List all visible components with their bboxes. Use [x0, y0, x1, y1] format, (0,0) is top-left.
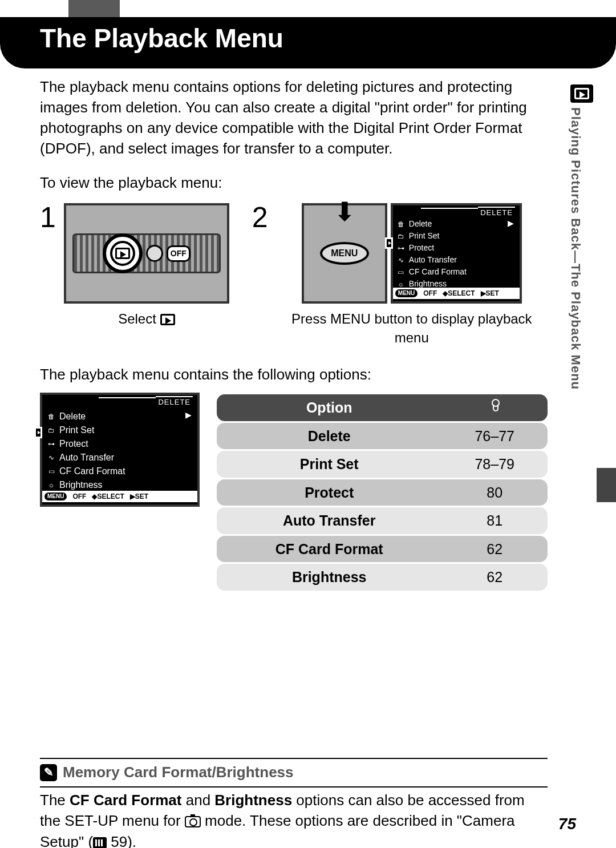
step-2: 2 ⬇ MENU DELETE 🗑Delete 🗀Print Set	[252, 203, 548, 347]
options-table: Option Delete76–77 Print Set78–79 Protec…	[217, 393, 548, 592]
note-icon: ✎	[40, 764, 57, 781]
step-1: 1 OFF Select	[40, 203, 229, 347]
menu-title: DELETE	[156, 396, 193, 407]
play-tab-icon	[385, 237, 393, 249]
page-ref-icon	[486, 399, 503, 413]
selected-arrow-icon: ▶	[508, 218, 514, 229]
table-row: Brightness62	[217, 564, 548, 591]
intro-paragraph: The playback menu contains options for d…	[40, 77, 548, 159]
side-thumb-tab	[597, 468, 616, 502]
page-ref-icon	[93, 837, 107, 848]
table-row: CF Card Format62	[217, 536, 548, 563]
table-row: Delete76–77	[217, 423, 548, 450]
step-2-caption: Press MENU button to display playback me…	[276, 309, 548, 347]
steps: 1 OFF Select	[40, 203, 548, 347]
step-1-number: 1	[40, 203, 56, 232]
step-2-image-screen: DELETE 🗑Delete 🗀Print Set ⊶Protect ∿Auto…	[391, 203, 522, 304]
mini-menu-list: 🗑Delete 🗀Print Set ⊶Protect ∿Auto Transf…	[47, 410, 193, 492]
camera-mode-icon	[185, 816, 201, 827]
table-row: Protect80	[217, 479, 548, 506]
table-row: Print Set78–79	[217, 451, 548, 478]
col-page-icon	[441, 394, 548, 421]
table-row: Auto Transfer81	[217, 507, 548, 534]
arrow-down-icon: ⬇	[334, 204, 356, 220]
options-intro: The playback menu contains the following…	[40, 365, 548, 385]
off-label: OFF	[167, 245, 191, 262]
mini-footer: MENU OFF ◆SELECT ▶SET	[42, 491, 197, 503]
page-number: 75	[558, 815, 576, 833]
note-title: ✎ Memory Card Format/Brightness	[40, 761, 548, 786]
play-icon	[115, 248, 130, 259]
step-2-image-camera: ⬇ MENU	[302, 203, 387, 304]
step-2-number: 2	[252, 203, 268, 232]
mini-menu-list: 🗑Delete 🗀Print Set ⊶Protect ∿Auto Transf…	[396, 218, 516, 290]
play-tab-icon	[34, 427, 42, 438]
content: The playback menu contains options for d…	[40, 77, 548, 848]
note-box: ✎ Memory Card Format/Brightness The CF C…	[40, 758, 548, 848]
side-section-label: Playing Pictures Back—The Playback Menu	[568, 107, 583, 444]
playback-icon	[570, 84, 593, 103]
menu-title: DELETE	[478, 207, 515, 218]
menu-button: MENU	[320, 242, 369, 265]
mode-dial: OFF	[72, 233, 221, 273]
step-1-image: OFF	[64, 203, 229, 304]
col-option: Option	[217, 394, 441, 421]
side-strip: Playing Pictures Back—The Playback Menu	[568, 84, 595, 455]
page-title: The Playback Menu	[0, 17, 616, 54]
top-tab	[68, 0, 120, 17]
title-bar: The Playback Menu Managing Pictures	[0, 17, 616, 68]
lead-text: To view the playback menu:	[40, 173, 548, 193]
note-body: The CF Card Format and Brightness option…	[40, 790, 548, 848]
mini-footer: MENU OFF ◆SELECT ▶SET	[393, 288, 520, 300]
dial-knob	[103, 233, 143, 273]
selected-arrow-icon: ▶	[185, 410, 192, 421]
options-screenshot: DELETE 🗑Delete 🗀Print Set ⊶Protect ∿Auto…	[40, 393, 200, 507]
play-icon	[160, 314, 175, 325]
table-header-row: Option	[217, 394, 548, 421]
options-area: DELETE 🗑Delete 🗀Print Set ⊶Protect ∿Auto…	[40, 393, 548, 592]
step-1-caption: Select	[118, 309, 175, 328]
